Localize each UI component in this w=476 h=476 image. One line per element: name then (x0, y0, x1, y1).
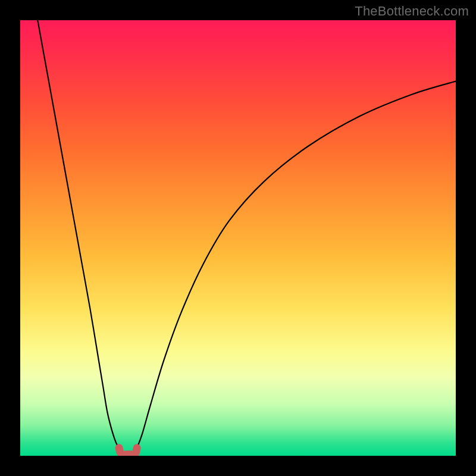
plot-area (20, 20, 456, 456)
curve-right (137, 81, 456, 447)
curve-group (37, 20, 456, 455)
bottleneck-marker (119, 448, 137, 455)
chart-svg (20, 20, 456, 456)
chart-frame: TheBottleneck.com (0, 0, 476, 476)
watermark-text: TheBottleneck.com (355, 4, 469, 19)
curve-left (37, 20, 119, 448)
